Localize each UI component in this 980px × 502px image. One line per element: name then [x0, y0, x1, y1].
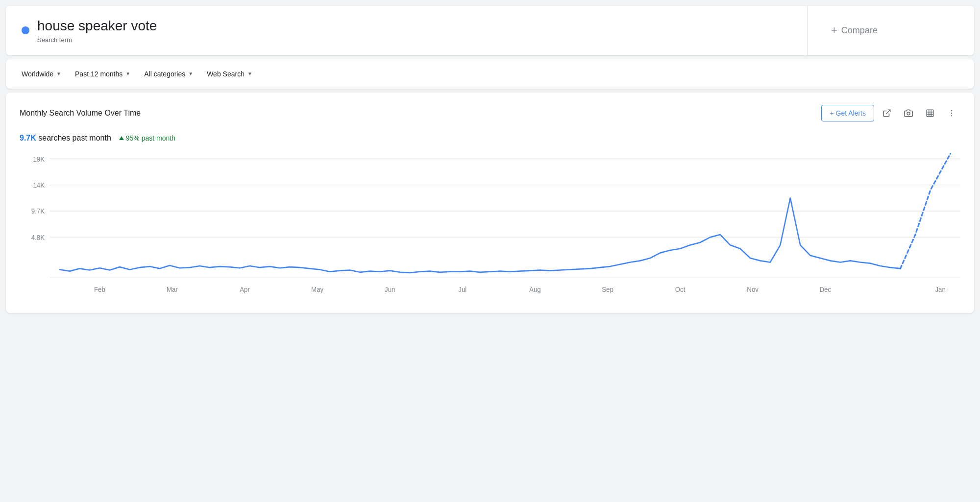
table-icon	[926, 109, 934, 118]
search-term-label: Search term	[37, 36, 157, 44]
svg-text:Feb: Feb	[94, 286, 105, 293]
svg-text:19K: 19K	[33, 155, 45, 163]
main-container: house speaker vote Search term + Compare…	[0, 0, 980, 502]
table-button[interactable]	[921, 104, 939, 122]
external-link-icon	[882, 109, 891, 118]
compare-section: + Compare	[808, 6, 974, 55]
chart-title: Monthly Search Volume Over Time	[20, 109, 141, 118]
get-alerts-label: + Get Alerts	[830, 109, 866, 117]
search-type-arrow: ▼	[247, 71, 252, 76]
location-label: Worldwide	[22, 70, 53, 78]
svg-rect-2	[927, 110, 933, 117]
svg-text:Aug: Aug	[529, 286, 541, 293]
time-arrow: ▼	[125, 71, 130, 76]
svg-text:4.8K: 4.8K	[31, 234, 45, 241]
chart-header: Monthly Search Volume Over Time + Get Al…	[20, 104, 960, 122]
time-label: Past 12 months	[75, 70, 122, 78]
stat-change: 95% past month	[119, 134, 175, 142]
search-type-filter[interactable]: Web Search ▼	[201, 66, 258, 82]
category-label: All categories	[144, 70, 185, 78]
svg-text:9.7K: 9.7K	[31, 208, 45, 215]
svg-text:May: May	[311, 286, 323, 293]
svg-text:Mar: Mar	[167, 286, 178, 293]
category-arrow: ▼	[188, 71, 193, 76]
camera-button[interactable]	[900, 104, 917, 122]
svg-text:Dec: Dec	[819, 286, 831, 293]
chart-actions: + Get Alerts	[821, 104, 960, 122]
external-link-button[interactable]	[878, 104, 896, 122]
stat-main: 9.7K searches past month	[20, 134, 111, 143]
stat-change-value: 95% past month	[126, 134, 175, 142]
triangle-up-icon	[119, 136, 124, 140]
trend-line	[60, 198, 901, 273]
filters-row: Worldwide ▼ Past 12 months ▼ All categor…	[6, 59, 974, 89]
location-arrow: ▼	[56, 71, 61, 76]
trend-chart: 19K 14K 9.7K 4.8K Feb Mar Apr May Jun Ju…	[20, 148, 960, 305]
svg-point-7	[951, 110, 952, 111]
compare-button[interactable]: + Compare	[831, 24, 878, 37]
search-dot	[22, 26, 29, 34]
stat-text: searches past month	[38, 134, 111, 142]
time-filter[interactable]: Past 12 months ▼	[69, 66, 136, 82]
stats-row: 9.7K searches past month 95% past month	[20, 134, 960, 143]
search-row: house speaker vote Search term + Compare	[6, 6, 974, 55]
search-term-title: house speaker vote	[37, 18, 157, 34]
svg-text:14K: 14K	[33, 181, 45, 189]
chart-area: 19K 14K 9.7K 4.8K Feb Mar Apr May Jun Ju…	[20, 148, 960, 305]
compare-label: Compare	[841, 25, 878, 36]
search-term-section: house speaker vote Search term	[6, 6, 808, 55]
category-filter[interactable]: All categories ▼	[138, 66, 199, 82]
more-options-button[interactable]	[943, 104, 960, 122]
svg-text:Jan: Jan	[935, 286, 945, 293]
search-type-label: Web Search	[207, 70, 245, 78]
svg-point-1	[907, 112, 910, 115]
svg-text:Sep: Sep	[602, 286, 613, 293]
stat-value: 9.7K	[20, 134, 36, 142]
svg-text:Nov: Nov	[747, 286, 759, 293]
compare-plus-icon: +	[831, 24, 837, 37]
more-icon	[947, 109, 956, 118]
svg-text:Jun: Jun	[385, 286, 395, 293]
search-term-text: house speaker vote Search term	[37, 18, 157, 44]
location-filter[interactable]: Worldwide ▼	[16, 66, 67, 82]
chart-section: Monthly Search Volume Over Time + Get Al…	[6, 93, 974, 313]
camera-icon	[904, 109, 913, 118]
svg-text:Oct: Oct	[675, 286, 686, 293]
svg-text:Jul: Jul	[458, 286, 466, 293]
svg-text:Apr: Apr	[240, 286, 250, 293]
svg-line-0	[886, 110, 890, 114]
get-alerts-button[interactable]: + Get Alerts	[821, 105, 874, 121]
svg-point-8	[951, 112, 952, 113]
svg-point-9	[951, 115, 952, 116]
